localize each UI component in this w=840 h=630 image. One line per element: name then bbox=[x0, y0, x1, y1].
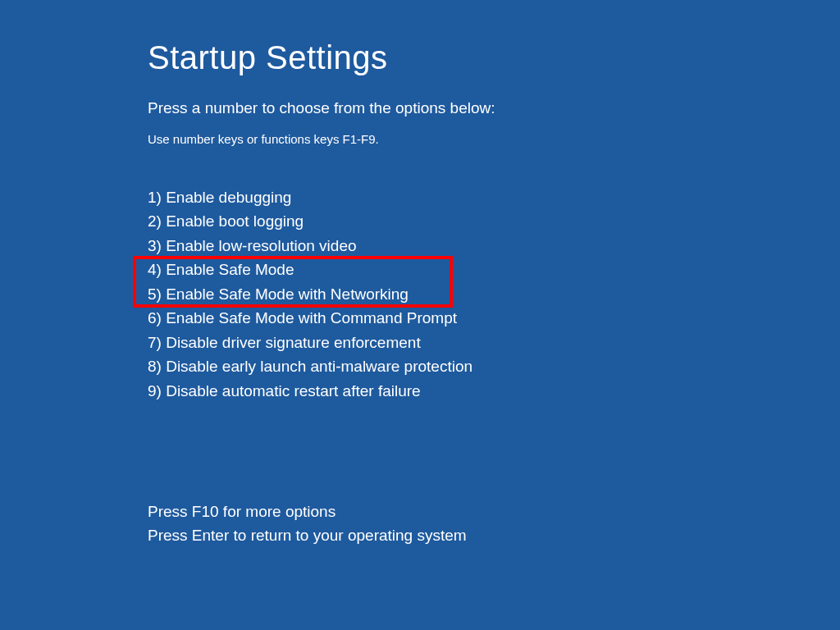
option-4[interactable]: 4) Enable Safe Mode bbox=[148, 258, 840, 281]
option-1[interactable]: 1) Enable debugging bbox=[148, 185, 840, 209]
option-2[interactable]: 2) Enable boot logging bbox=[148, 209, 840, 233]
option-7[interactable]: 7) Disable driver signature enforcement bbox=[148, 331, 840, 354]
subtitle-text: Press a number to choose from the option… bbox=[148, 99, 840, 117]
option-6[interactable]: 6) Enable Safe Mode with Command Prompt bbox=[148, 306, 840, 330]
footer-instructions: Press F10 for more options Press Enter t… bbox=[148, 500, 840, 548]
options-list: 1) Enable debugging 2) Enable boot loggi… bbox=[148, 185, 840, 403]
option-3[interactable]: 3) Enable low-resolution video bbox=[148, 234, 840, 258]
more-options-text: Press F10 for more options bbox=[148, 500, 840, 523]
startup-settings-screen: Startup Settings Press a number to choos… bbox=[0, 0, 840, 548]
option-8[interactable]: 8) Disable early launch anti-malware pro… bbox=[148, 354, 840, 378]
page-title: Startup Settings bbox=[148, 39, 840, 76]
hint-text: Use number keys or functions keys F1-F9. bbox=[148, 132, 840, 146]
option-9[interactable]: 9) Disable automatic restart after failu… bbox=[148, 379, 840, 403]
option-5[interactable]: 5) Enable Safe Mode with Networking bbox=[148, 282, 840, 306]
return-text: Press Enter to return to your operating … bbox=[148, 523, 840, 547]
